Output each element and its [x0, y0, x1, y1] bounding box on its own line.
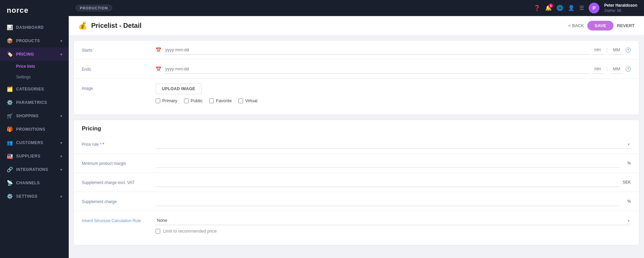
time-separator: :: [606, 47, 608, 53]
primary-checkbox[interactable]: [156, 99, 160, 103]
upload-image-button[interactable]: UPLOAD IMAGE: [156, 83, 201, 94]
starts-control: 📅 : 🕐: [156, 45, 631, 55]
language-icon[interactable]: 🌐: [557, 5, 563, 11]
suppliers-icon: 🏭: [7, 153, 13, 159]
sidebar-item-label: CHANNELS: [16, 181, 40, 185]
limit-checkbox[interactable]: [156, 229, 160, 234]
page-header: 💰 Pricelist - Detail < BACK SAVE REVERT: [69, 16, 644, 36]
pricelist-icon: 💰: [78, 21, 87, 30]
virtual-label: Virtual: [245, 98, 257, 103]
products-icon: 📦: [7, 38, 13, 44]
page-content: 💰 Pricelist - Detail < BACK SAVE REVERT …: [69, 16, 644, 258]
sidebar-item-channels[interactable]: 📡 CHANNELS: [0, 176, 69, 190]
supplement-excl-input-wrap: SEK: [156, 178, 631, 187]
form-row-ends: Ends 📅 : 🕐: [74, 60, 639, 79]
ends-hh-input[interactable]: [592, 64, 604, 74]
categories-icon: 🗂️: [7, 86, 13, 92]
user-settings-icon[interactable]: 👤: [568, 5, 575, 11]
price-rule-label: Price rule *: [82, 139, 149, 147]
app-logo: norce: [0, 0, 69, 21]
sidebar-item-shopping[interactable]: 🛒 SHOPPING ▾: [0, 109, 69, 123]
form-row-supplement-excl: Supplement charge excl. VAT SEK: [74, 173, 639, 192]
supplement-input[interactable]: [156, 197, 620, 206]
sidebar-item-label: DASHBOARD: [16, 25, 44, 30]
starts-hh-input[interactable]: [592, 45, 604, 55]
sidebar-item-dashboard[interactable]: 📊 DASHBOARD: [0, 21, 69, 34]
form-section-dates: Starts 📅 : 🕐 Ends 📅: [73, 40, 639, 115]
checkboxes-row: Primary Public Favorite Virtual: [156, 98, 631, 103]
min-margin-label: Minimum product margin: [82, 158, 149, 166]
price-rule-control: ▾: [156, 139, 631, 149]
chevron-down-icon: ▾: [60, 114, 62, 118]
alert-icon[interactable]: 🔔 5: [545, 5, 552, 11]
save-button[interactable]: SAVE: [587, 21, 613, 30]
sidebar-item-customers[interactable]: 👥 CUSTOMERS ▾: [0, 136, 69, 149]
price-rule-select[interactable]: [156, 139, 631, 149]
time-separator: :: [606, 66, 608, 72]
ends-date-input[interactable]: [164, 64, 589, 74]
user-info: Peter Haraldsson Zephyr SE: [604, 3, 637, 13]
sidebar-sub-price-lists[interactable]: Price lists: [0, 61, 69, 72]
chevron-down-icon: ▾: [60, 195, 62, 198]
sidebar-item-label: PRICING: [16, 52, 34, 57]
sidebar-item-settings[interactable]: ⚙️ SETTINGS ▾: [0, 190, 69, 203]
sidebar-item-promotions[interactable]: 🎁 PROMOTIONS: [0, 123, 69, 136]
form-row-inherit: Inherit Structure Calculation Rule None …: [74, 211, 639, 238]
form-row-starts: Starts 📅 : 🕐: [74, 41, 639, 60]
revert-button[interactable]: REVERT: [617, 23, 635, 28]
sidebar-item-label: CATEGORIES: [16, 87, 44, 91]
inherit-select[interactable]: None: [156, 216, 631, 225]
calendar-icon: 📅: [156, 47, 161, 53]
primary-label: Primary: [162, 98, 177, 103]
chevron-down-icon: ▾: [60, 39, 62, 43]
form-row-supplement: Supplement charge %: [74, 192, 639, 211]
avatar[interactable]: P: [589, 3, 599, 13]
back-button[interactable]: < BACK: [568, 23, 584, 28]
sidebar-item-integrations[interactable]: 🔗 INTEGRATIONS ▾: [0, 163, 69, 176]
public-checkbox-item[interactable]: Public: [184, 98, 202, 103]
sidebar-item-pricing[interactable]: 🏷️ PRICING ▾: [0, 48, 69, 61]
ends-label: Ends: [82, 64, 149, 72]
favorite-label: Favorite: [216, 98, 232, 103]
ends-mm-input[interactable]: [610, 64, 623, 74]
notification-count: 5: [548, 3, 553, 8]
form-row-image: Image UPLOAD IMAGE Primary Public: [74, 79, 639, 108]
inherit-label: Inherit Structure Calculation Rule: [82, 216, 149, 223]
sidebar-item-parametrics[interactable]: ⚙️ PARAMETRICS: [0, 96, 69, 109]
sidebar-item-label: INTEGRATIONS: [16, 167, 48, 172]
primary-checkbox-item[interactable]: Primary: [156, 98, 177, 103]
customers-icon: 👥: [7, 140, 13, 146]
dashboard-icon: 📊: [7, 24, 13, 30]
virtual-checkbox[interactable]: [238, 99, 243, 103]
promotions-icon: 🎁: [7, 126, 13, 132]
sidebar-item-label: CUSTOMERS: [16, 140, 43, 145]
form-row-price-rule: Price rule * ▾: [74, 135, 639, 154]
starts-label: Starts: [82, 45, 149, 53]
integrations-icon: 🔗: [7, 167, 13, 173]
sidebar-item-label: SUPPLIERS: [16, 154, 41, 158]
sidebar-item-categories[interactable]: 🗂️ CATEGORIES: [0, 82, 69, 96]
virtual-checkbox-item[interactable]: Virtual: [238, 98, 257, 103]
supplement-excl-suffix: SEK: [621, 180, 631, 185]
supplement-excl-input[interactable]: [156, 178, 620, 187]
chevron-down-icon: ▾: [60, 154, 62, 158]
sidebar-sub-settings[interactable]: Settings: [0, 72, 69, 82]
public-checkbox[interactable]: [184, 99, 189, 103]
sidebar-item-products[interactable]: 📦 PRODUCTS ▾: [0, 34, 69, 48]
ends-control: 📅 : 🕐: [156, 64, 631, 74]
inherit-control: None ▾ Limit to recommended price: [156, 216, 631, 234]
shopping-icon: 🛒: [7, 113, 13, 119]
form-row-min-margin: Minimum product margin %: [74, 154, 639, 173]
help-icon[interactable]: ❓: [534, 5, 540, 11]
starts-mm-input[interactable]: [610, 45, 623, 55]
sidebar-item-suppliers[interactable]: 🏭 SUPPLIERS ▾: [0, 149, 69, 163]
min-margin-input[interactable]: [156, 158, 620, 168]
supplement-excl-label: Supplement charge excl. VAT: [82, 178, 149, 185]
supplement-label: Supplement charge: [82, 197, 149, 204]
favorite-checkbox-item[interactable]: Favorite: [209, 98, 232, 103]
favorite-checkbox[interactable]: [209, 99, 214, 103]
menu-icon[interactable]: ☰: [579, 5, 584, 11]
starts-date-input[interactable]: [164, 45, 589, 55]
clock-icon: 🕐: [625, 66, 631, 72]
public-label: Public: [191, 98, 202, 103]
